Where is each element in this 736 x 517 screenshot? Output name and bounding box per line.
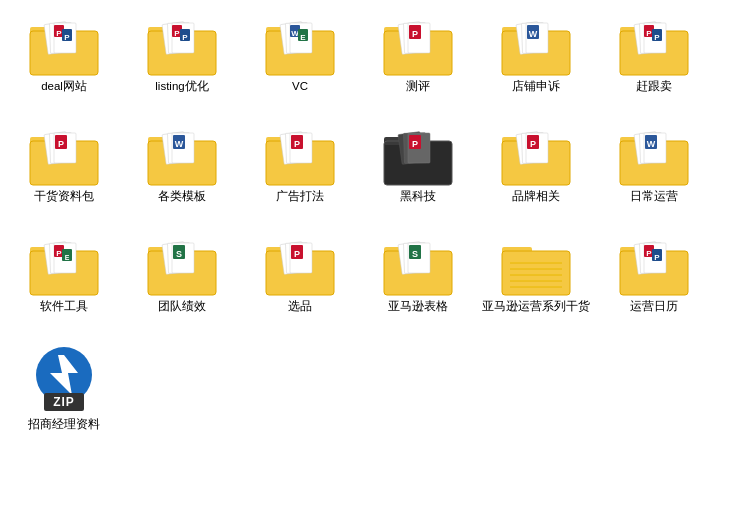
svg-text:E: E: [65, 254, 70, 261]
svg-text:P: P: [412, 139, 418, 149]
folder-geleimoban[interactable]: W 各类模板: [123, 120, 241, 230]
folder-icon-amazon-ops: [500, 235, 572, 299]
folder-richang[interactable]: W 日常运营: [595, 120, 713, 230]
svg-text:S: S: [412, 249, 418, 259]
svg-text:P: P: [64, 33, 70, 42]
folder-icon-listing: P P: [146, 15, 218, 79]
svg-text:P: P: [654, 33, 660, 42]
zip-icon: ZIP: [28, 345, 100, 417]
folder-ganhuoziliao[interactable]: P 干货资料包: [5, 120, 123, 230]
folder-icon-dianshen: W: [500, 15, 572, 79]
folder-label-ceping: 测评: [406, 79, 430, 94]
folder-icon-ceping: P: [382, 15, 454, 79]
folder-guanggao[interactable]: P 广告打法: [241, 120, 359, 230]
folder-xuanpin[interactable]: P 选品: [241, 230, 359, 340]
svg-text:P: P: [56, 249, 62, 258]
folder-label-heike: 黑科技: [400, 189, 436, 204]
folder-icon-genzhumai: P P: [618, 15, 690, 79]
folder-icon-guanggao: P: [264, 125, 336, 189]
svg-text:ZIP: ZIP: [53, 395, 75, 409]
svg-text:W: W: [647, 139, 656, 149]
svg-text:W: W: [529, 29, 538, 39]
svg-text:P: P: [646, 29, 652, 38]
svg-text:P: P: [56, 29, 62, 38]
folder-label-ruanjian: 软件工具: [40, 299, 88, 314]
folder-ceping[interactable]: P 测评: [359, 10, 477, 120]
zip-label-zhaoshang: 招商经理资料: [28, 417, 100, 432]
svg-text:P: P: [182, 33, 188, 42]
svg-text:S: S: [176, 249, 182, 259]
folder-icon-vc: W E: [264, 15, 336, 79]
folder-label-amazon-ops: 亚马逊运营系列干货: [482, 299, 590, 314]
folder-tuandui[interactable]: S 团队绩效: [123, 230, 241, 340]
folder-pinpai[interactable]: P 品牌相关: [477, 120, 595, 230]
folder-genzhumai[interactable]: P P 赶跟卖: [595, 10, 713, 120]
folder-label-richang: 日常运营: [630, 189, 678, 204]
folder-label-deal: deal网站: [41, 79, 87, 94]
folder-label-genzhumai: 赶跟卖: [636, 79, 672, 94]
folder-label-geleimoban: 各类模板: [158, 189, 206, 204]
folder-icon-pinpai: P: [500, 125, 572, 189]
folder-listing[interactable]: P P listing优化: [123, 10, 241, 120]
folder-icon-heike: P: [382, 125, 454, 189]
folder-icon-deal: P P: [28, 15, 100, 79]
svg-text:W: W: [175, 139, 184, 149]
folder-label-xuanpin: 选品: [288, 299, 312, 314]
folder-label-vc: VC: [292, 79, 308, 94]
svg-text:P: P: [58, 139, 64, 149]
svg-text:P: P: [412, 29, 418, 39]
folder-label-tuandui: 团队绩效: [158, 299, 206, 314]
folder-label-dianshen: 店铺申诉: [512, 79, 560, 94]
folder-label-ganhuoziliao: 干货资料包: [34, 189, 94, 204]
folder-icon-amazon-table: S: [382, 235, 454, 299]
svg-text:P: P: [174, 29, 180, 38]
svg-text:P: P: [294, 139, 300, 149]
folder-yunying-rili[interactable]: P P 运营日历: [595, 230, 713, 340]
folder-icon-tuandui: S: [146, 235, 218, 299]
zip-file-zhaoshang[interactable]: ZIP 招商经理资料: [5, 340, 123, 450]
folder-dianshen[interactable]: W 店铺申诉: [477, 10, 595, 120]
svg-text:P: P: [294, 249, 300, 259]
folder-icon-richang: W: [618, 125, 690, 189]
folder-heike[interactable]: P 黑科技: [359, 120, 477, 230]
svg-text:P: P: [654, 253, 660, 262]
folder-label-amazon-table: 亚马逊表格: [388, 299, 448, 314]
folder-label-listing: listing优化: [155, 79, 208, 94]
folder-vc[interactable]: W E VC: [241, 10, 359, 120]
folder-amazon-table[interactable]: S 亚马逊表格: [359, 230, 477, 340]
folder-icon-ganhuoziliao: P: [28, 125, 100, 189]
folder-label-yunying-rili: 运营日历: [630, 299, 678, 314]
svg-rect-138: [502, 251, 570, 295]
folder-icon-yunying-rili: P P: [618, 235, 690, 299]
folder-ruanjian[interactable]: P E 软件工具: [5, 230, 123, 340]
folder-icon-xuanpin: P: [264, 235, 336, 299]
folder-label-pinpai: 品牌相关: [512, 189, 560, 204]
desktop: P P deal网站 P P listing优化: [0, 0, 736, 517]
folder-label-guanggao: 广告打法: [276, 189, 324, 204]
folder-amazon-ops[interactable]: 亚马逊运营系列干货: [477, 230, 595, 340]
svg-text:P: P: [530, 139, 536, 149]
svg-text:E: E: [300, 33, 306, 42]
folder-icon-geleimoban: W: [146, 125, 218, 189]
svg-text:P: P: [646, 249, 652, 258]
folder-icon-ruanjian: P E: [28, 235, 100, 299]
folder-deal[interactable]: P P deal网站: [5, 10, 123, 120]
